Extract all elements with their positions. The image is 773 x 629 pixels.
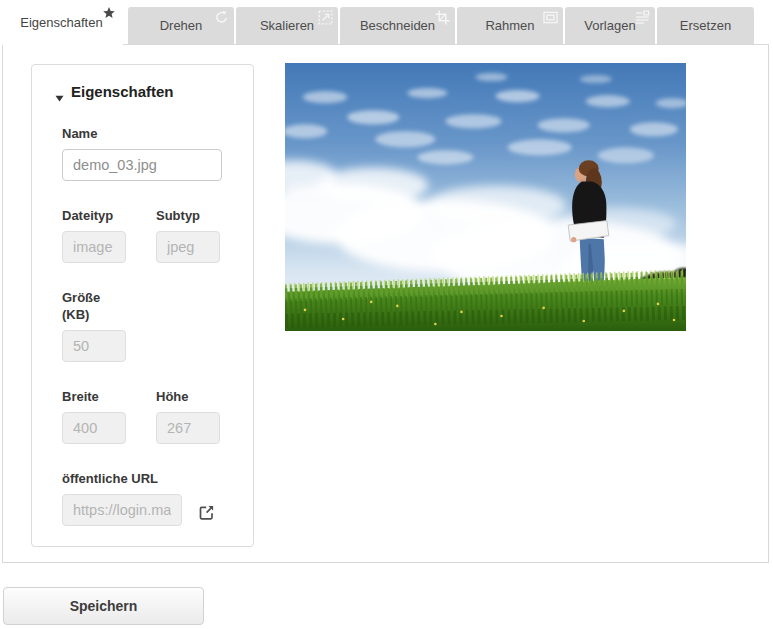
caret-down-icon — [55, 88, 64, 95]
save-button[interactable]: Speichern — [3, 587, 204, 625]
external-link-icon[interactable] — [198, 504, 215, 521]
subtype-label: Subtyp — [156, 207, 220, 224]
name-label: Name — [62, 125, 227, 142]
image-preview — [285, 63, 686, 331]
tab-rahmen[interactable]: Rahmen — [457, 7, 563, 44]
tab-label: Rahmen — [485, 18, 534, 33]
crop-icon — [435, 10, 450, 25]
tab-label: Ersetzen — [680, 18, 731, 33]
scale-icon — [318, 10, 333, 25]
tab-label: Eigenschaften — [20, 15, 102, 30]
height-label: Höhe — [156, 388, 220, 405]
filetype-input — [62, 231, 126, 263]
tab-drehen[interactable]: Drehen — [128, 7, 234, 44]
tab-label: Beschneiden — [360, 18, 435, 33]
tab-content: Eigenschaften Name Dateityp Subtyp Größe… — [2, 44, 769, 563]
preview-photo — [285, 63, 686, 331]
filetype-label: Dateityp — [62, 207, 126, 224]
subtype-input — [156, 231, 220, 263]
size-label: Größe (KB) — [62, 289, 124, 323]
tab-label: Vorlagen — [584, 18, 635, 33]
public-url-label: öffentliche URL — [62, 470, 227, 487]
section-title: Eigenschaften — [71, 83, 174, 100]
tab-bar: Eigenschaften Drehen Skalieren Beschneid… — [0, 0, 773, 44]
height-input — [156, 412, 220, 444]
tab-eigenschaften[interactable]: Eigenschaften — [0, 0, 123, 45]
properties-panel: Eigenschaften Name Dateityp Subtyp Größe… — [31, 64, 254, 547]
tab-beschneiden[interactable]: Beschneiden — [340, 7, 455, 44]
rotate-icon — [214, 10, 229, 25]
width-input — [62, 412, 126, 444]
templates-icon — [635, 10, 650, 25]
tab-label: Skalieren — [260, 18, 314, 33]
properties-section-header[interactable]: Eigenschaften — [55, 81, 227, 101]
tab-ersetzen[interactable]: Ersetzen — [657, 7, 754, 44]
frame-icon — [543, 10, 558, 25]
width-label: Breite — [62, 388, 126, 405]
size-input — [62, 330, 126, 362]
tab-vorlagen[interactable]: Vorlagen — [565, 7, 655, 44]
tab-skalieren[interactable]: Skalieren — [236, 7, 338, 44]
star-icon — [102, 6, 117, 21]
tab-label: Drehen — [160, 18, 203, 33]
name-input[interactable] — [62, 149, 222, 181]
public-url-input — [62, 494, 182, 526]
image-editor: Eigenschaften Drehen Skalieren Beschneid… — [0, 0, 773, 629]
